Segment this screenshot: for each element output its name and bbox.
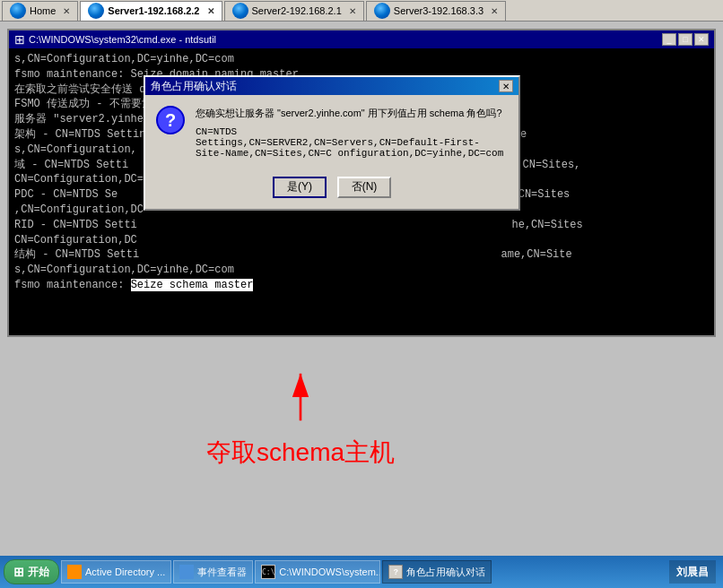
tab-server3[interactable]: Server3-192.168.3.3 ✕ <box>366 1 506 21</box>
taskbar-dialog-label: 角色占用确认对话 <box>406 566 485 579</box>
tab-server2[interactable]: Server2-192.168.2.1 ✕ <box>224 1 364 21</box>
cmd-line-15: s,CN=Configuration,DC=yinhe,DC=com <box>14 263 709 278</box>
cmd-seize-highlight: Seize schema master <box>131 279 254 291</box>
cmd-titlebar: ⊞ C:\WINDOWS\system32\cmd.exe - ntdsutil… <box>9 30 714 48</box>
taskbar-right: 刘晨昌 <box>669 560 719 584</box>
tab-server3-label: Server3-192.168.3.3 <box>394 5 483 16</box>
dialog-details-label: CN=NTDS Settings,CN=SERVER2,CN=Servers,C… <box>196 126 508 159</box>
server3-icon <box>374 3 390 19</box>
ad-icon <box>67 565 82 579</box>
start-icon: ⊞ <box>13 565 24 579</box>
cmd-line-1: s,CN=Configuration,DC=yinhe,DC=com <box>14 52 709 67</box>
taskbar-item-ad[interactable]: Active Directory ... <box>61 560 171 584</box>
home-icon <box>10 3 26 19</box>
event-icon <box>179 565 194 579</box>
cmd-minimize[interactable]: _ <box>662 33 676 46</box>
dialog-close-btn[interactable]: ✕ <box>499 80 513 92</box>
taskbar-item-event[interactable]: 事件查看器 <box>173 560 253 584</box>
tab-home[interactable]: Home ✕ <box>2 1 78 21</box>
annotation-arrow <box>206 366 395 428</box>
tab-server2-close[interactable]: ✕ <box>349 6 356 16</box>
server2-icon <box>232 3 248 19</box>
dialog-yes-button[interactable]: 是(Y) <box>273 177 327 198</box>
dialog-icon: ? <box>388 565 403 579</box>
cmd-controls: _ □ ✕ <box>662 33 709 46</box>
user-name-label: 刘晨昌 <box>669 560 716 584</box>
cmd-line-12: RID - CN=NTDS Setti he,CN=Sites <box>14 218 709 233</box>
tab-server2-label: Server2-192.168.2.1 <box>252 5 342 16</box>
cmd-line-16: fsmo maintenance: Seize schema master <box>14 278 709 293</box>
cmd-icon: C:\ <box>261 565 275 579</box>
dialog-no-button[interactable]: 否(N) <box>337 177 391 198</box>
cmd-line-14: 结构 - CN=NTDS Setti ame,CN=Site <box>14 247 709 263</box>
start-button[interactable]: ⊞ 开始 <box>4 559 59 584</box>
annotation-container: 夺取schema主机 <box>206 366 395 470</box>
cmd-title-label: C:\WINDOWS\system32\cmd.exe - ntdsutil <box>29 34 216 45</box>
browser-tabs: Home ✕ Server1-192.168.2.2 ✕ Server2-192… <box>0 0 723 22</box>
arrow-icon <box>274 366 327 428</box>
annotation-text: 夺取schema主机 <box>206 436 395 470</box>
dialog-buttons: 是(Y) 否(N) <box>145 169 518 209</box>
tab-server3-close[interactable]: ✕ <box>491 6 498 16</box>
tab-home-close[interactable]: ✕ <box>63 6 70 16</box>
taskbar-event-label: 事件查看器 <box>197 566 247 579</box>
cmd-restore[interactable]: □ <box>678 33 693 46</box>
dialog-content: 您确实想让服务器 "server2.yinhe.com" 用下列值占用 sche… <box>196 106 508 159</box>
tab-server1-label: Server1-192.168.2.2 <box>108 5 199 16</box>
dialog-question-icon: ? <box>156 106 185 134</box>
server1-icon <box>88 3 104 19</box>
taskbar-item-cmd[interactable]: C:\ C:\WINDOWS\system... <box>255 560 380 584</box>
dialog-body: ? 您确实想让服务器 "server2.yinhe.com" 用下列值占用 sc… <box>145 95 518 169</box>
dialog-title-label: 角色占用确认对话 <box>151 79 237 94</box>
tab-server1-close[interactable]: ✕ <box>207 6 214 16</box>
cmd-title-text: ⊞ C:\WINDOWS\system32\cmd.exe - ntdsutil <box>14 32 216 47</box>
tab-server1[interactable]: Server1-192.168.2.2 ✕ <box>80 1 222 21</box>
dialog-titlebar: 角色占用确认对话 ✕ <box>145 77 518 95</box>
dialog-question-text: 您确实想让服务器 "server2.yinhe.com" 用下列值占用 sche… <box>196 106 508 121</box>
tab-home-label: Home <box>30 5 56 16</box>
dialog-box: 角色占用确认对话 ✕ ? 您确实想让服务器 "server2.yinhe.com… <box>144 75 520 211</box>
taskbar-cmd-label: C:\WINDOWS\system... <box>279 566 380 577</box>
taskbar: ⊞ 开始 Active Directory ... 事件查看器 C:\ C:\W… <box>0 556 723 588</box>
cmd-line-13: CN=Configuration,DC <box>14 233 709 248</box>
cmd-close[interactable]: ✕ <box>694 33 709 46</box>
taskbar-item-dialog[interactable]: ? 角色占用确认对话 <box>382 560 492 584</box>
start-label: 开始 <box>28 565 49 580</box>
taskbar-ad-label: Active Directory ... <box>85 566 165 577</box>
